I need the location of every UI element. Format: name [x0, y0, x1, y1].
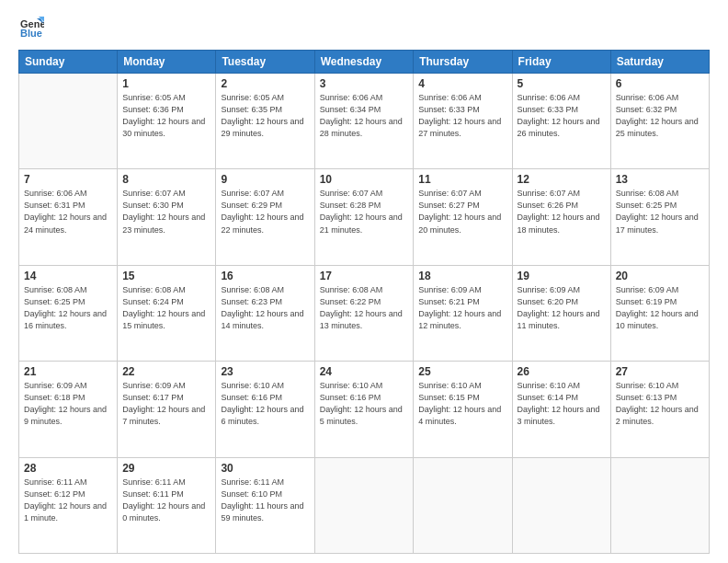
- day-info: Sunrise: 6:10 AM Sunset: 6:16 PM Dayligh…: [320, 380, 409, 428]
- calendar-cell: 9Sunrise: 6:07 AM Sunset: 6:29 PM Daylig…: [216, 169, 314, 265]
- calendar-cell: 22Sunrise: 6:09 AM Sunset: 6:17 PM Dayli…: [118, 362, 216, 457]
- day-number: 18: [418, 270, 506, 282]
- day-info: Sunrise: 6:10 AM Sunset: 6:15 PM Dayligh…: [418, 380, 506, 428]
- day-info: Sunrise: 6:09 AM Sunset: 6:17 PM Dayligh…: [122, 380, 210, 428]
- calendar-cell: 15Sunrise: 6:08 AM Sunset: 6:24 PM Dayli…: [118, 265, 216, 361]
- day-info: Sunrise: 6:10 AM Sunset: 6:16 PM Dayligh…: [221, 380, 309, 428]
- day-info: Sunrise: 6:07 AM Sunset: 6:29 PM Dayligh…: [221, 188, 309, 236]
- day-number: 20: [616, 270, 704, 282]
- day-number: 27: [616, 365, 704, 378]
- day-info: Sunrise: 6:07 AM Sunset: 6:26 PM Dayligh…: [518, 188, 606, 236]
- calendar-cell: [314, 457, 414, 553]
- calendar-cell: 19Sunrise: 6:09 AM Sunset: 6:20 PM Dayli…: [512, 265, 610, 361]
- col-header-sunday: Sunday: [19, 51, 118, 74]
- day-number: 17: [320, 270, 409, 282]
- col-header-monday: Monday: [118, 51, 216, 74]
- day-number: 21: [24, 365, 112, 378]
- calendar-cell: 3Sunrise: 6:06 AM Sunset: 6:34 PM Daylig…: [314, 74, 414, 169]
- day-info: Sunrise: 6:08 AM Sunset: 6:24 PM Dayligh…: [122, 284, 210, 332]
- header: General Blue: [18, 15, 710, 40]
- calendar-cell: 6Sunrise: 6:06 AM Sunset: 6:32 PM Daylig…: [610, 74, 709, 169]
- calendar-cell: 8Sunrise: 6:07 AM Sunset: 6:30 PM Daylig…: [118, 169, 216, 265]
- week-row-2: 7Sunrise: 6:06 AM Sunset: 6:31 PM Daylig…: [19, 169, 710, 265]
- day-number: 22: [122, 365, 210, 378]
- day-number: 2: [221, 77, 309, 90]
- calendar-cell: 24Sunrise: 6:10 AM Sunset: 6:16 PM Dayli…: [314, 362, 414, 457]
- day-number: 29: [122, 462, 210, 475]
- day-number: 3: [320, 77, 409, 90]
- day-info: Sunrise: 6:06 AM Sunset: 6:33 PM Dayligh…: [418, 92, 506, 140]
- day-number: 6: [616, 77, 704, 90]
- calendar-cell: 28Sunrise: 6:11 AM Sunset: 6:12 PM Dayli…: [19, 457, 118, 553]
- day-info: Sunrise: 6:07 AM Sunset: 6:27 PM Dayligh…: [418, 188, 506, 236]
- col-header-thursday: Thursday: [414, 51, 512, 74]
- calendar-cell: 16Sunrise: 6:08 AM Sunset: 6:23 PM Dayli…: [216, 265, 314, 361]
- day-info: Sunrise: 6:05 AM Sunset: 6:36 PM Dayligh…: [122, 92, 210, 140]
- day-info: Sunrise: 6:05 AM Sunset: 6:35 PM Dayligh…: [221, 92, 309, 140]
- day-number: 5: [518, 77, 606, 90]
- svg-text:Blue: Blue: [20, 28, 42, 39]
- day-info: Sunrise: 6:09 AM Sunset: 6:20 PM Dayligh…: [518, 284, 606, 332]
- day-number: 13: [616, 173, 704, 186]
- day-info: Sunrise: 6:08 AM Sunset: 6:25 PM Dayligh…: [24, 284, 112, 332]
- day-number: 12: [518, 173, 606, 186]
- calendar-cell: 26Sunrise: 6:10 AM Sunset: 6:14 PM Dayli…: [512, 362, 610, 457]
- day-info: Sunrise: 6:06 AM Sunset: 6:33 PM Dayligh…: [518, 92, 606, 140]
- calendar-cell: 12Sunrise: 6:07 AM Sunset: 6:26 PM Dayli…: [512, 169, 610, 265]
- calendar: SundayMondayTuesdayWednesdayThursdayFrid…: [18, 50, 710, 554]
- day-number: 4: [418, 77, 506, 90]
- day-number: 16: [221, 270, 309, 282]
- calendar-cell: 1Sunrise: 6:05 AM Sunset: 6:36 PM Daylig…: [118, 74, 216, 169]
- day-info: Sunrise: 6:08 AM Sunset: 6:22 PM Dayligh…: [320, 284, 409, 332]
- week-row-3: 14Sunrise: 6:08 AM Sunset: 6:25 PM Dayli…: [19, 265, 710, 361]
- calendar-cell: 11Sunrise: 6:07 AM Sunset: 6:27 PM Dayli…: [414, 169, 512, 265]
- day-info: Sunrise: 6:06 AM Sunset: 6:34 PM Dayligh…: [320, 92, 409, 140]
- logo-icon: General Blue: [18, 15, 44, 40]
- calendar-cell: [610, 457, 709, 553]
- day-info: Sunrise: 6:11 AM Sunset: 6:12 PM Dayligh…: [24, 477, 112, 524]
- day-number: 24: [320, 365, 409, 378]
- calendar-cell: 7Sunrise: 6:06 AM Sunset: 6:31 PM Daylig…: [19, 169, 118, 265]
- calendar-cell: 23Sunrise: 6:10 AM Sunset: 6:16 PM Dayli…: [216, 362, 314, 457]
- calendar-cell: [19, 74, 118, 169]
- calendar-cell: 2Sunrise: 6:05 AM Sunset: 6:35 PM Daylig…: [216, 74, 314, 169]
- col-header-tuesday: Tuesday: [216, 51, 314, 74]
- day-number: 10: [320, 173, 409, 186]
- calendar-cell: [512, 457, 610, 553]
- day-number: 28: [24, 462, 112, 475]
- calendar-cell: 5Sunrise: 6:06 AM Sunset: 6:33 PM Daylig…: [512, 74, 610, 169]
- col-header-saturday: Saturday: [610, 51, 709, 74]
- week-row-1: 1Sunrise: 6:05 AM Sunset: 6:36 PM Daylig…: [19, 74, 710, 169]
- day-number: 8: [122, 173, 210, 186]
- calendar-header-row: SundayMondayTuesdayWednesdayThursdayFrid…: [19, 51, 710, 74]
- calendar-cell: 10Sunrise: 6:07 AM Sunset: 6:28 PM Dayli…: [314, 169, 414, 265]
- week-row-5: 28Sunrise: 6:11 AM Sunset: 6:12 PM Dayli…: [19, 457, 710, 553]
- calendar-cell: 18Sunrise: 6:09 AM Sunset: 6:21 PM Dayli…: [414, 265, 512, 361]
- calendar-cell: 13Sunrise: 6:08 AM Sunset: 6:25 PM Dayli…: [610, 169, 709, 265]
- calendar-cell: 29Sunrise: 6:11 AM Sunset: 6:11 PM Dayli…: [118, 457, 216, 553]
- calendar-cell: 17Sunrise: 6:08 AM Sunset: 6:22 PM Dayli…: [314, 265, 414, 361]
- logo: General Blue: [18, 15, 48, 40]
- col-header-friday: Friday: [512, 51, 610, 74]
- day-number: 30: [221, 462, 309, 475]
- day-info: Sunrise: 6:06 AM Sunset: 6:31 PM Dayligh…: [24, 188, 112, 236]
- day-info: Sunrise: 6:11 AM Sunset: 6:11 PM Dayligh…: [122, 477, 210, 524]
- day-info: Sunrise: 6:07 AM Sunset: 6:28 PM Dayligh…: [320, 188, 409, 236]
- calendar-cell: 30Sunrise: 6:11 AM Sunset: 6:10 PM Dayli…: [216, 457, 314, 553]
- day-number: 14: [24, 270, 112, 282]
- calendar-cell: 21Sunrise: 6:09 AM Sunset: 6:18 PM Dayli…: [19, 362, 118, 457]
- day-info: Sunrise: 6:10 AM Sunset: 6:14 PM Dayligh…: [518, 380, 606, 428]
- day-info: Sunrise: 6:08 AM Sunset: 6:25 PM Dayligh…: [616, 188, 704, 236]
- day-number: 26: [518, 365, 606, 378]
- calendar-cell: 4Sunrise: 6:06 AM Sunset: 6:33 PM Daylig…: [414, 74, 512, 169]
- calendar-cell: 25Sunrise: 6:10 AM Sunset: 6:15 PM Dayli…: [414, 362, 512, 457]
- calendar-cell: 14Sunrise: 6:08 AM Sunset: 6:25 PM Dayli…: [19, 265, 118, 361]
- day-number: 9: [221, 173, 309, 186]
- day-info: Sunrise: 6:07 AM Sunset: 6:30 PM Dayligh…: [122, 188, 210, 236]
- calendar-cell: 27Sunrise: 6:10 AM Sunset: 6:13 PM Dayli…: [610, 362, 709, 457]
- day-number: 23: [221, 365, 309, 378]
- calendar-cell: 20Sunrise: 6:09 AM Sunset: 6:19 PM Dayli…: [610, 265, 709, 361]
- day-info: Sunrise: 6:09 AM Sunset: 6:19 PM Dayligh…: [616, 284, 704, 332]
- calendar-cell: [414, 457, 512, 553]
- day-number: 1: [122, 77, 210, 90]
